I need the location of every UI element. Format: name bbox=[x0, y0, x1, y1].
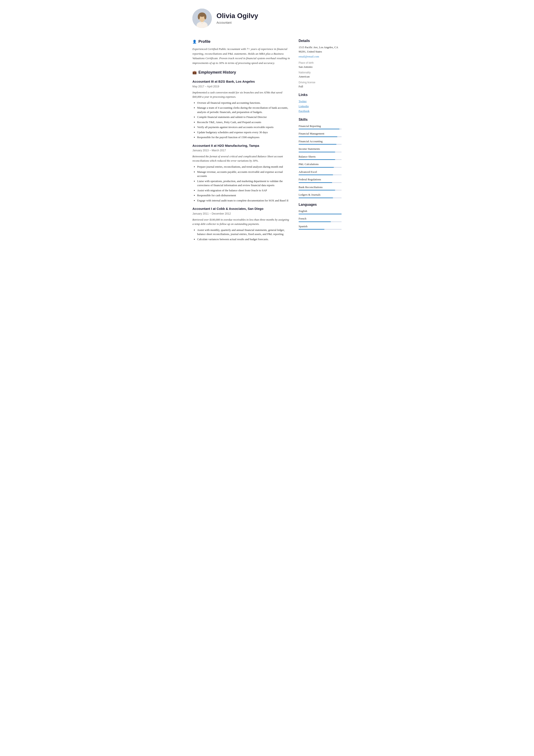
list-item: Verify all payments against invoices and… bbox=[197, 125, 290, 129]
list-item: Oversee all financial reporting and acco… bbox=[197, 101, 290, 105]
details-title: Details bbox=[299, 38, 342, 43]
list-item: Responsible for cash disbursement bbox=[197, 193, 290, 198]
link-facebook[interactable]: Facebook bbox=[299, 109, 342, 113]
job-3-bullets: Assist with monthly, quarterly and annua… bbox=[192, 228, 290, 241]
list-item: Update budgetary schedules and expense r… bbox=[197, 130, 290, 134]
job-1: Accountant III at BZG Bank, Los Angeles … bbox=[192, 79, 290, 140]
header-info: Olivia Ogilvy Accountant bbox=[216, 12, 258, 25]
skill-advanced-excel: Advanced Excel bbox=[299, 170, 342, 176]
job-3: Accountant I at Cobb & Associates, San D… bbox=[192, 206, 290, 241]
link-twitter[interactable]: Twitter bbox=[299, 99, 342, 103]
avatar bbox=[192, 9, 212, 28]
list-item: Calculate variances between actual resul… bbox=[197, 237, 290, 241]
list-item: Assist with monthly, quarterly and annua… bbox=[197, 228, 290, 236]
links-title: Links bbox=[299, 92, 342, 97]
skills-section: Skills Financial Reporting Financial Man… bbox=[299, 117, 342, 198]
lang-french: French bbox=[299, 216, 342, 222]
languages-title: Languages bbox=[299, 202, 342, 207]
driving-license-label: Driving license bbox=[299, 80, 342, 84]
skill-financial-accounting: Financial Accounting bbox=[299, 139, 342, 145]
skill-financial-management: Financial Management bbox=[299, 131, 342, 137]
driving-license-value: Full bbox=[299, 84, 342, 89]
resume-page: Olivia Ogilvy Accountant 👤 Profile Exper… bbox=[182, 0, 352, 253]
place-of-birth-label: Place of birth bbox=[299, 61, 342, 65]
skills-title: Skills bbox=[299, 117, 342, 122]
job-1-title: Accountant III at BZG Bank, Los Angeles bbox=[192, 79, 290, 84]
list-item: Manage a team of 4 accounting clerks dur… bbox=[197, 106, 290, 114]
job-2-summary: Reinvented the format of several critica… bbox=[192, 154, 290, 163]
list-item: Responsible for the payroll function of … bbox=[197, 135, 290, 140]
list-item: Compile financial statements and submit … bbox=[197, 115, 290, 119]
links-section: Links Twitter Linkedin Facebook bbox=[299, 92, 342, 113]
job-2: Accountant II at H2O Manufacturing, Tamp… bbox=[192, 143, 290, 203]
employment-section: 💼 Employment History Accountant III at B… bbox=[192, 69, 290, 241]
skill-pl-calculations: P&L Calculations bbox=[299, 162, 342, 168]
profile-text: Experienced Certified Public Accountant … bbox=[192, 47, 290, 65]
nationality-value: American bbox=[299, 74, 342, 79]
job-3-dates: January 2011 – December 2012 bbox=[192, 212, 290, 216]
detail-email[interactable]: email@email.com bbox=[299, 54, 342, 59]
employment-icon: 💼 bbox=[192, 70, 197, 75]
skill-ledgers-journals: Ledgers & Journals bbox=[299, 193, 342, 198]
svg-point-6 bbox=[204, 14, 206, 19]
list-item: Liaise with operations, production, and … bbox=[197, 179, 290, 187]
skill-financial-reporting: Financial Reporting bbox=[299, 124, 342, 129]
job-1-dates: May 2017 – April 2019 bbox=[192, 85, 290, 89]
job-2-bullets: Prepare journal entries, reconciliations… bbox=[192, 165, 290, 202]
job-2-title: Accountant II at H2O Manufacturing, Tamp… bbox=[192, 143, 290, 148]
job-3-summary: Retrieved over $100,000 in overdue recei… bbox=[192, 218, 290, 226]
place-of-birth-value: San Antonio bbox=[299, 65, 342, 69]
profile-icon: 👤 bbox=[192, 39, 197, 44]
profile-section: 👤 Profile Experienced Certified Public A… bbox=[192, 39, 290, 65]
list-item: Assist with migration of the balance she… bbox=[197, 188, 290, 193]
lang-english: English bbox=[299, 209, 342, 215]
right-column: Details 1515 Pacific Ave, Los Angeles, C… bbox=[299, 35, 342, 242]
detail-address: 1515 Pacific Ave, Los Angeles, CA 90291,… bbox=[299, 45, 342, 54]
skill-federal-regulations: Federal Regulations bbox=[299, 177, 342, 183]
candidate-subtitle: Accountant bbox=[216, 20, 258, 25]
list-item: Manage revenue, accounts payable, accoun… bbox=[197, 170, 290, 178]
languages-section: Languages English French Spanish bbox=[299, 202, 342, 230]
candidate-name: Olivia Ogilvy bbox=[216, 12, 258, 20]
main-layout: 👤 Profile Experienced Certified Public A… bbox=[192, 35, 342, 242]
list-item: Reconcile T&E, Amex, Petty Cash, and Pre… bbox=[197, 120, 290, 124]
employment-title: 💼 Employment History bbox=[192, 69, 290, 75]
link-linkedin[interactable]: Linkedin bbox=[299, 104, 342, 108]
skill-income-statements: Income Statements bbox=[299, 147, 342, 152]
job-3-title: Accountant I at Cobb & Associates, San D… bbox=[192, 206, 290, 211]
list-item: Prepare journal entries, reconciliations… bbox=[197, 165, 290, 169]
job-2-dates: January 2013 – March 2017 bbox=[192, 148, 290, 152]
header: Olivia Ogilvy Accountant bbox=[192, 9, 342, 28]
nationality-label: Nationality bbox=[299, 70, 342, 74]
details-section: Details 1515 Pacific Ave, Los Angeles, C… bbox=[299, 38, 342, 89]
job-1-summary: Implemented a cash conversion model for … bbox=[192, 91, 290, 99]
skill-bank-reconciliations: Bank Reconciliations bbox=[299, 185, 342, 191]
profile-title: 👤 Profile bbox=[192, 39, 290, 44]
lang-spanish: Spanish bbox=[299, 224, 342, 230]
job-1-bullets: Oversee all financial reporting and acco… bbox=[192, 101, 290, 140]
svg-point-5 bbox=[198, 14, 200, 19]
list-item: Engage with internal audit team to compl… bbox=[197, 199, 290, 203]
skill-balance-sheets: Balance Sheets bbox=[299, 154, 342, 160]
left-column: 👤 Profile Experienced Certified Public A… bbox=[192, 35, 290, 242]
